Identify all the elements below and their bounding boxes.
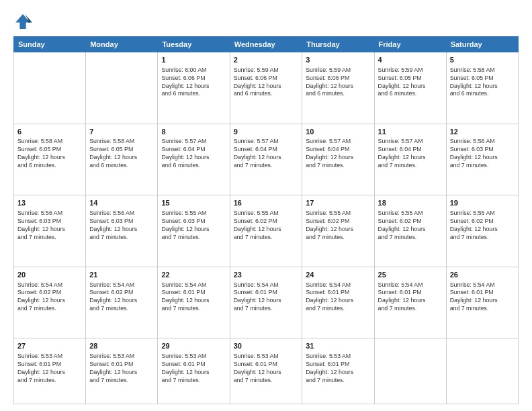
day-number: 29	[161, 341, 226, 351]
weekday-header-sunday: Sunday	[14, 37, 86, 52]
calendar-day-30: 30Sunrise: 5:53 AM Sunset: 6:01 PM Dayli…	[230, 338, 302, 404]
calendar-day-24: 24Sunrise: 5:54 AM Sunset: 6:01 PM Dayli…	[302, 267, 374, 338]
weekday-header-saturday: Saturday	[446, 37, 518, 52]
day-info: Sunrise: 5:55 AM Sunset: 6:02 PM Dayligh…	[450, 210, 515, 242]
svg-marker-0	[15, 14, 30, 29]
day-info: Sunrise: 6:00 AM Sunset: 6:06 PM Dayligh…	[161, 66, 226, 99]
day-info: Sunrise: 5:54 AM Sunset: 6:01 PM Dayligh…	[306, 281, 370, 314]
day-number: 6	[17, 127, 82, 137]
day-info: Sunrise: 5:54 AM Sunset: 6:01 PM Dayligh…	[450, 281, 515, 314]
day-number: 17	[306, 198, 370, 208]
calendar-day-29: 29Sunrise: 5:53 AM Sunset: 6:01 PM Dayli…	[158, 338, 230, 404]
day-info: Sunrise: 5:57 AM Sunset: 6:04 PM Dayligh…	[378, 138, 443, 170]
day-info: Sunrise: 5:57 AM Sunset: 6:04 PM Dayligh…	[306, 138, 370, 170]
calendar-day-5: 5Sunrise: 5:58 AM Sunset: 6:05 PM Daylig…	[446, 52, 518, 124]
day-info: Sunrise: 5:56 AM Sunset: 6:03 PM Dayligh…	[89, 210, 154, 242]
day-number: 10	[306, 127, 370, 137]
day-info: Sunrise: 5:53 AM Sunset: 6:01 PM Dayligh…	[234, 353, 299, 385]
day-info: Sunrise: 5:57 AM Sunset: 6:04 PM Dayligh…	[234, 138, 299, 170]
calendar-day-21: 21Sunrise: 5:54 AM Sunset: 6:02 PM Dayli…	[86, 267, 158, 338]
day-number: 30	[234, 341, 299, 351]
day-number: 20	[17, 270, 82, 280]
weekday-header-wednesday: Wednesday	[230, 37, 302, 52]
calendar-day-7: 7Sunrise: 5:58 AM Sunset: 6:05 PM Daylig…	[86, 124, 158, 195]
calendar-week-row: 6Sunrise: 5:58 AM Sunset: 6:05 PM Daylig…	[14, 124, 519, 195]
day-info: Sunrise: 5:59 AM Sunset: 6:05 PM Dayligh…	[378, 66, 443, 99]
calendar-day-1: 1Sunrise: 6:00 AM Sunset: 6:06 PM Daylig…	[158, 52, 230, 124]
day-number: 28	[89, 341, 154, 351]
day-info: Sunrise: 5:55 AM Sunset: 6:03 PM Dayligh…	[161, 210, 226, 242]
header	[13, 12, 519, 31]
calendar-day-25: 25Sunrise: 5:54 AM Sunset: 6:01 PM Dayli…	[374, 267, 446, 338]
calendar-day-12: 12Sunrise: 5:56 AM Sunset: 6:03 PM Dayli…	[446, 124, 518, 195]
day-info: Sunrise: 5:55 AM Sunset: 6:02 PM Dayligh…	[234, 210, 299, 242]
day-info: Sunrise: 5:54 AM Sunset: 6:01 PM Dayligh…	[161, 281, 226, 314]
day-info: Sunrise: 5:55 AM Sunset: 6:02 PM Dayligh…	[378, 210, 443, 242]
calendar-day-26: 26Sunrise: 5:54 AM Sunset: 6:01 PM Dayli…	[446, 267, 518, 338]
calendar-day-3: 3Sunrise: 5:59 AM Sunset: 6:06 PM Daylig…	[302, 52, 374, 124]
day-info: Sunrise: 5:53 AM Sunset: 6:01 PM Dayligh…	[89, 353, 154, 385]
calendar-day-2: 2Sunrise: 5:59 AM Sunset: 6:06 PM Daylig…	[230, 52, 302, 124]
day-info: Sunrise: 5:59 AM Sunset: 6:06 PM Dayligh…	[306, 66, 370, 99]
day-number: 1	[161, 55, 226, 65]
calendar-table: SundayMondayTuesdayWednesdayThursdayFrid…	[13, 36, 519, 404]
day-info: Sunrise: 5:54 AM Sunset: 6:01 PM Dayligh…	[378, 281, 443, 314]
day-info: Sunrise: 5:58 AM Sunset: 6:05 PM Dayligh…	[17, 138, 82, 170]
calendar-day-20: 20Sunrise: 5:54 AM Sunset: 6:02 PM Dayli…	[14, 267, 86, 338]
calendar-day-27: 27Sunrise: 5:53 AM Sunset: 6:01 PM Dayli…	[14, 338, 86, 404]
day-info: Sunrise: 5:56 AM Sunset: 6:03 PM Dayligh…	[17, 210, 82, 242]
logo	[13, 12, 35, 31]
page: SundayMondayTuesdayWednesdayThursdayFrid…	[0, 0, 532, 411]
calendar-day-4: 4Sunrise: 5:59 AM Sunset: 6:05 PM Daylig…	[374, 52, 446, 124]
day-info: Sunrise: 5:54 AM Sunset: 6:02 PM Dayligh…	[89, 281, 154, 314]
day-number: 2	[234, 55, 299, 65]
day-number: 21	[89, 270, 154, 280]
day-number: 23	[234, 270, 299, 280]
calendar-day-16: 16Sunrise: 5:55 AM Sunset: 6:02 PM Dayli…	[230, 195, 302, 267]
calendar-day-10: 10Sunrise: 5:57 AM Sunset: 6:04 PM Dayli…	[302, 124, 374, 195]
calendar-week-row: 27Sunrise: 5:53 AM Sunset: 6:01 PM Dayli…	[14, 338, 519, 404]
day-number: 24	[306, 270, 370, 280]
logo-icon	[13, 12, 32, 31]
calendar-day-31: 31Sunrise: 5:53 AM Sunset: 6:01 PM Dayli…	[302, 338, 374, 404]
day-info: Sunrise: 5:53 AM Sunset: 6:01 PM Dayligh…	[306, 353, 370, 385]
day-number: 7	[89, 127, 154, 137]
day-number: 12	[450, 127, 515, 137]
day-number: 31	[306, 341, 370, 351]
calendar-empty	[14, 52, 86, 124]
day-info: Sunrise: 5:53 AM Sunset: 6:01 PM Dayligh…	[161, 353, 226, 385]
day-info: Sunrise: 5:55 AM Sunset: 6:02 PM Dayligh…	[306, 210, 370, 242]
weekday-header-friday: Friday	[374, 37, 446, 52]
day-number: 9	[234, 127, 299, 137]
day-number: 14	[89, 198, 154, 208]
day-info: Sunrise: 5:56 AM Sunset: 6:03 PM Dayligh…	[450, 138, 515, 170]
day-info: Sunrise: 5:57 AM Sunset: 6:04 PM Dayligh…	[161, 138, 226, 170]
day-number: 16	[234, 198, 299, 208]
calendar-day-8: 8Sunrise: 5:57 AM Sunset: 6:04 PM Daylig…	[158, 124, 230, 195]
calendar-week-row: 13Sunrise: 5:56 AM Sunset: 6:03 PM Dayli…	[14, 195, 519, 267]
calendar-day-23: 23Sunrise: 5:54 AM Sunset: 6:01 PM Dayli…	[230, 267, 302, 338]
day-number: 13	[17, 198, 82, 208]
weekday-header-monday: Monday	[86, 37, 158, 52]
weekday-header-tuesday: Tuesday	[158, 37, 230, 52]
weekday-header-row: SundayMondayTuesdayWednesdayThursdayFrid…	[14, 37, 519, 52]
calendar-empty	[374, 338, 446, 404]
day-number: 5	[450, 55, 515, 65]
calendar-day-6: 6Sunrise: 5:58 AM Sunset: 6:05 PM Daylig…	[14, 124, 86, 195]
calendar-day-28: 28Sunrise: 5:53 AM Sunset: 6:01 PM Dayli…	[86, 338, 158, 404]
day-info: Sunrise: 5:54 AM Sunset: 6:02 PM Dayligh…	[17, 281, 82, 314]
day-info: Sunrise: 5:53 AM Sunset: 6:01 PM Dayligh…	[17, 353, 82, 385]
calendar-day-13: 13Sunrise: 5:56 AM Sunset: 6:03 PM Dayli…	[14, 195, 86, 267]
day-number: 25	[378, 270, 443, 280]
calendar-day-9: 9Sunrise: 5:57 AM Sunset: 6:04 PM Daylig…	[230, 124, 302, 195]
day-number: 19	[450, 198, 515, 208]
day-number: 15	[161, 198, 226, 208]
calendar-day-14: 14Sunrise: 5:56 AM Sunset: 6:03 PM Dayli…	[86, 195, 158, 267]
calendar-week-row: 20Sunrise: 5:54 AM Sunset: 6:02 PM Dayli…	[14, 267, 519, 338]
day-number: 26	[450, 270, 515, 280]
calendar-empty	[86, 52, 158, 124]
day-info: Sunrise: 5:54 AM Sunset: 6:01 PM Dayligh…	[234, 281, 299, 314]
day-number: 22	[161, 270, 226, 280]
weekday-header-thursday: Thursday	[302, 37, 374, 52]
day-info: Sunrise: 5:59 AM Sunset: 6:06 PM Dayligh…	[234, 66, 299, 99]
